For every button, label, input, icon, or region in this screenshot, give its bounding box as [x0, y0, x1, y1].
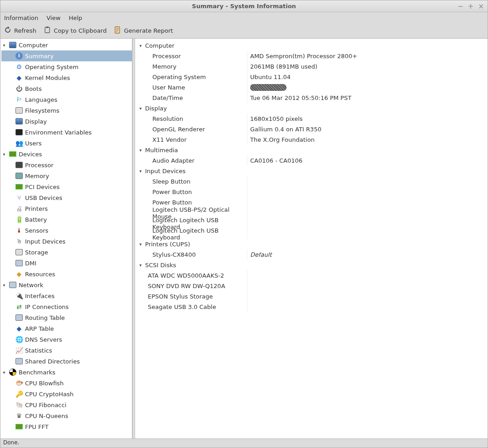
tree-item-processor[interactable]: Processor [1, 159, 132, 170]
property-key: Stylus-CX8400 [138, 251, 247, 258]
display-icon [15, 117, 23, 125]
close-icon[interactable]: × [478, 2, 484, 10]
property-row[interactable]: Operating SystemUbuntu 11.04 [138, 72, 486, 82]
property-row[interactable]: Resolution1680x1050 pixels [138, 114, 486, 124]
tree-item-languages[interactable]: 🏳Languages [1, 94, 132, 105]
tree-item-label: Interfaces [25, 293, 55, 299]
tree-item-statistics[interactable]: 📈Statistics [1, 345, 132, 356]
expand-arrow-icon[interactable]: ▾ [1, 283, 7, 288]
sidebar[interactable]: ▾ComputeriSummary⚙Operating System◆Kerne… [0, 39, 132, 438]
property-row[interactable]: Stylus-CX8400Default [138, 249, 486, 260]
tree-item-computer[interactable]: ▾Computer [1, 40, 132, 50]
copy-button[interactable]: Copy to Clipboard [44, 26, 106, 35]
section-header[interactable]: ▾Printers (CUPS) [138, 239, 486, 249]
tree-item-devices[interactable]: ▾Devices [1, 149, 132, 159]
tree-item-memory[interactable]: Memory [1, 170, 132, 181]
property-row[interactable]: Power Button [138, 187, 486, 197]
detail-pane[interactable]: ▾ComputerProcessorAMD Sempron(tm) Proces… [135, 39, 488, 438]
tree-item-sensors[interactable]: 🌡Sensors [1, 225, 132, 236]
property-row[interactable]: Logitech Logitech USB Keyboard [138, 229, 486, 239]
tree-item-cpu-cryptohash[interactable]: 🔑CPU CryptoHash [1, 388, 132, 399]
tree-item-display[interactable]: Display [1, 116, 132, 127]
property-value: Default [247, 249, 486, 260]
status-text: Done. [3, 439, 19, 446]
menu-information[interactable]: Information [4, 15, 38, 21]
property-row[interactable]: Audio AdapterCA0106 - CA0106 [138, 155, 486, 166]
fib-icon: 🐚 [15, 401, 23, 409]
property-row[interactable]: Sleep Button [138, 176, 486, 187]
property-key: SONY DVD RW DW-Q120A [138, 283, 247, 289]
titlebar: Summary - System Information − + × [0, 0, 488, 12]
section-header[interactable]: ▾Input Devices [138, 166, 486, 176]
tree-item-cpu-blowfish[interactable]: 🐡CPU Blowfish [1, 378, 132, 388]
property-row[interactable]: Memory2061MB (891MB used) [138, 61, 486, 72]
property-value: The X.Org Foundation [247, 134, 486, 145]
tree-item-label: Display [25, 118, 47, 125]
expand-arrow-icon[interactable]: ▾ [138, 263, 143, 268]
tree-item-printers[interactable]: 🖨Printers [1, 203, 132, 214]
tree-item-summary[interactable]: iSummary [1, 50, 132, 61]
tree-item-dmi[interactable]: DMI [1, 258, 132, 269]
expand-arrow-icon[interactable]: ▾ [1, 370, 7, 375]
expand-arrow-icon[interactable]: ▾ [1, 152, 7, 157]
tree-item-fpu-fft[interactable]: FPU FFT [1, 421, 132, 432]
copy-label: Copy to Clipboard [54, 27, 106, 34]
property-value: 1680x1050 pixels [247, 114, 486, 124]
tree-item-input-devices[interactable]: 🖱Input Devices [1, 236, 132, 247]
section-header[interactable]: ▾Multimedia [138, 145, 486, 155]
property-row[interactable]: User Name [138, 82, 486, 93]
tree-item-network[interactable]: ▾Network [1, 279, 132, 290]
tree-item-filesystems[interactable]: Filesystems [1, 105, 132, 116]
tree-item-cpu-n-queens[interactable]: ♛CPU N-Queens [1, 410, 132, 421]
minimize-icon[interactable]: − [458, 2, 463, 10]
property-row[interactable]: ATA WDC WD5000AAKS-2 [138, 270, 486, 281]
expand-arrow-icon[interactable]: ▾ [138, 43, 143, 48]
expand-arrow-icon[interactable]: ▾ [138, 106, 143, 111]
menu-view[interactable]: View [46, 15, 60, 21]
property-row[interactable]: Seagate USB 3.0 Cable [138, 302, 486, 312]
tree-item-kernel-modules[interactable]: ◆Kernel Modules [1, 72, 132, 83]
tree-item-dns-servers[interactable]: 🌐DNS Servers [1, 334, 132, 345]
tree-item-arp-table[interactable]: ◆ARP Table [1, 323, 132, 334]
tree-item-routing-table[interactable]: Routing Table [1, 312, 132, 323]
expand-arrow-icon[interactable]: ▾ [138, 242, 143, 247]
tree-item-interfaces[interactable]: 🔌Interfaces [1, 290, 132, 301]
maximize-icon[interactable]: + [468, 2, 474, 10]
property-row[interactable]: OpenGL RendererGallium 0.4 on ATI R350 [138, 124, 486, 134]
expand-arrow-icon[interactable]: ▾ [138, 169, 143, 174]
report-button[interactable]: Generate Report [114, 26, 173, 35]
tree-item-environment-variables[interactable]: Environment Variables [1, 127, 132, 138]
tree-item-users[interactable]: 👥Users [1, 138, 132, 149]
tree-item-cpu-fibonacci[interactable]: 🐚CPU Fibonacci [1, 399, 132, 410]
expand-arrow-icon[interactable]: ▾ [1, 43, 7, 48]
section-header[interactable]: ▾SCSI Disks [138, 260, 486, 270]
property-row[interactable]: EPSON Stylus Storage [138, 291, 486, 302]
tree-item-usb-devices[interactable]: ⑂USB Devices [1, 192, 132, 203]
property-value [247, 229, 486, 239]
expand-arrow-icon[interactable]: ▾ [138, 148, 143, 153]
tree-item-label: Devices [19, 151, 42, 158]
tree-item-benchmarks[interactable]: ▾Benchmarks [1, 367, 132, 378]
tree-item-storage[interactable]: Storage [1, 247, 132, 258]
property-row[interactable]: Date/TimeTue 06 Mar 2012 05:50:16 PM PST [138, 93, 486, 103]
tree-item-resources[interactable]: ◆Resources [1, 269, 132, 279]
tree-item-ip-connections[interactable]: ⇄IP Connections [1, 301, 132, 312]
tree-item-label: IP Connections [25, 304, 69, 310]
tree-item-boots[interactable]: ⏻Boots [1, 83, 132, 94]
tree-item-label: Summary [25, 53, 54, 60]
section-header[interactable]: ▾Display [138, 103, 486, 114]
interfaces-icon: 🔌 [15, 292, 23, 300]
property-row[interactable]: ProcessorAMD Sempron(tm) Processor 2800+ [138, 51, 486, 61]
battery-icon: 🔋 [15, 215, 23, 224]
tree-item-battery[interactable]: 🔋Battery [1, 214, 132, 225]
tree-item-shared-directories[interactable]: Shared Directories [1, 356, 132, 367]
property-value: Ubuntu 11.04 [247, 72, 486, 82]
stats-icon: 📈 [15, 346, 23, 354]
section-header[interactable]: ▾Computer [138, 40, 486, 51]
tree-item-operating-system[interactable]: ⚙Operating System [1, 61, 132, 72]
tree-item-pci-devices[interactable]: PCI Devices [1, 181, 132, 192]
property-row[interactable]: SONY DVD RW DW-Q120A [138, 281, 486, 291]
menu-help[interactable]: Help [69, 15, 82, 21]
property-row[interactable]: X11 VendorThe X.Org Foundation [138, 134, 486, 145]
refresh-button[interactable]: Refresh [4, 26, 36, 35]
